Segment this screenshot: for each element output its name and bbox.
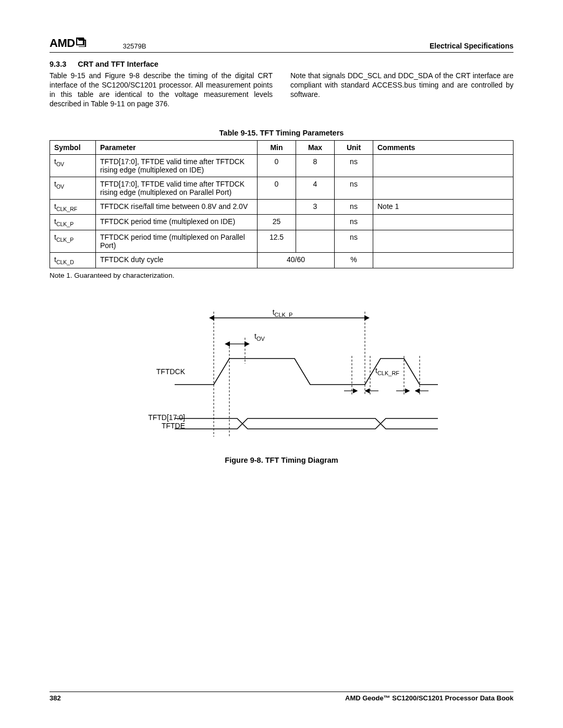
cell-min bbox=[258, 199, 296, 215]
cell-symbol: tCLK_D bbox=[50, 253, 96, 268]
cell-comments bbox=[373, 154, 513, 177]
cell-max: 3 bbox=[296, 199, 335, 215]
footer-title: AMD Geode™ SC1200/SC1201 Processor Data … bbox=[345, 694, 513, 702]
table-row: tCLK_PTFTDCK period time (multiplexed on… bbox=[50, 215, 513, 230]
doc-number: 32579B bbox=[123, 42, 146, 50]
cell-min: 25 bbox=[258, 215, 296, 230]
svg-text:TFTD[17:0]: TFTD[17:0] bbox=[148, 413, 185, 422]
header-section-title: Electrical Specifications bbox=[430, 42, 513, 50]
svg-text:tCLK_P: tCLK_P bbox=[273, 308, 293, 318]
cell-parameter: TFTDCK duty cycle bbox=[96, 253, 258, 268]
left-column: Table 9-15 and Figure 9-8 describe the t… bbox=[50, 71, 273, 109]
logo-text: AMD bbox=[50, 36, 75, 50]
cell-unit: ns bbox=[335, 177, 373, 199]
th-max: Max bbox=[296, 140, 335, 154]
cell-comments bbox=[373, 215, 513, 230]
page-number: 382 bbox=[50, 694, 61, 702]
cell-min: 0 bbox=[258, 154, 296, 177]
page-header: AMD 32579B Electrical Specifications bbox=[50, 36, 513, 53]
cell-max: 8 bbox=[296, 154, 335, 177]
table-row: tCLK_RFTFTDCK rise/fall time between 0.8… bbox=[50, 199, 513, 215]
cell-symbol: tCLK_P bbox=[50, 230, 96, 253]
cell-max: 4 bbox=[296, 177, 335, 199]
cell-min: 12.5 bbox=[258, 230, 296, 253]
cell-parameter: TFTDCK period time (multiplexed on IDE) bbox=[96, 215, 258, 230]
cell-unit: ns bbox=[335, 154, 373, 177]
th-symbol: Symbol bbox=[50, 140, 96, 154]
table-row: tCLK_PTFTDCK period time (multiplexed on… bbox=[50, 230, 513, 253]
cell-unit: ns bbox=[335, 215, 373, 230]
cell-symbol: tOV bbox=[50, 154, 96, 177]
table-row: tCLK_DTFTDCK duty cycle40/60% bbox=[50, 253, 513, 268]
section-number: 9.3.3 bbox=[50, 60, 66, 68]
th-min: Min bbox=[258, 140, 296, 154]
section-heading: 9.3.3CRT and TFT Interface bbox=[50, 60, 513, 68]
cell-comments bbox=[373, 230, 513, 253]
cell-unit: ns bbox=[335, 199, 373, 215]
cell-max bbox=[296, 230, 335, 253]
table-row: tOVTFTD[17:0], TFTDE valid time after TF… bbox=[50, 154, 513, 177]
amd-logo: AMD bbox=[50, 36, 87, 50]
cell-parameter: TFTD[17:0], TFTDE valid time after TFTDC… bbox=[96, 177, 258, 199]
cell-unit: ns bbox=[335, 230, 373, 253]
right-column: Note that signals DDC_SCL and DDC_SDA of… bbox=[290, 71, 513, 109]
cell-comments: Note 1 bbox=[373, 199, 513, 215]
table-note: Note 1. Guaranteed by characterization. bbox=[50, 272, 513, 279]
svg-text:tOV: tOV bbox=[254, 332, 265, 342]
cell-min: 0 bbox=[258, 177, 296, 199]
table-row: tOVTFTD[17:0], TFTDE valid time after TF… bbox=[50, 177, 513, 199]
cell-parameter: TFTDCK period time (multiplexed on Paral… bbox=[96, 230, 258, 253]
th-unit: Unit bbox=[335, 140, 373, 154]
cell-symbol: tCLK_RF bbox=[50, 199, 96, 215]
cell-parameter: TFTD[17:0], TFTDE valid time after TFTDC… bbox=[96, 154, 258, 177]
timing-table: Symbol Parameter Min Max Unit Comments t… bbox=[50, 140, 513, 268]
th-parameter: Parameter bbox=[96, 140, 258, 154]
amd-arrow-icon bbox=[76, 36, 87, 50]
svg-text:TFTDCK: TFTDCK bbox=[156, 367, 186, 376]
cell-comments bbox=[373, 253, 513, 268]
figure-caption: Figure 9-8. TFT Timing Diagram bbox=[50, 456, 513, 464]
cell-symbol: tOV bbox=[50, 177, 96, 199]
section-title: CRT and TFT Interface bbox=[78, 60, 158, 68]
timing-figure: tCLK_P tOV TFTDCK tCLK_RF TFTD[17:0] TFT… bbox=[50, 306, 513, 443]
cell-unit: % bbox=[335, 253, 373, 268]
cell-max bbox=[296, 215, 335, 230]
cell-symbol: tCLK_P bbox=[50, 215, 96, 230]
cell-minmax: 40/60 bbox=[258, 253, 335, 268]
cell-parameter: TFTDCK rise/fall time between 0.8V and 2… bbox=[96, 199, 258, 215]
svg-text:tCLK_RF: tCLK_RF bbox=[375, 366, 399, 376]
cell-comments bbox=[373, 177, 513, 199]
body-columns: Table 9-15 and Figure 9-8 describe the t… bbox=[50, 71, 513, 109]
table-caption: Table 9-15. TFT Timing Parameters bbox=[50, 129, 513, 137]
page-footer: 382 AMD Geode™ SC1200/SC1201 Processor D… bbox=[50, 692, 513, 702]
th-comments: Comments bbox=[373, 140, 513, 154]
